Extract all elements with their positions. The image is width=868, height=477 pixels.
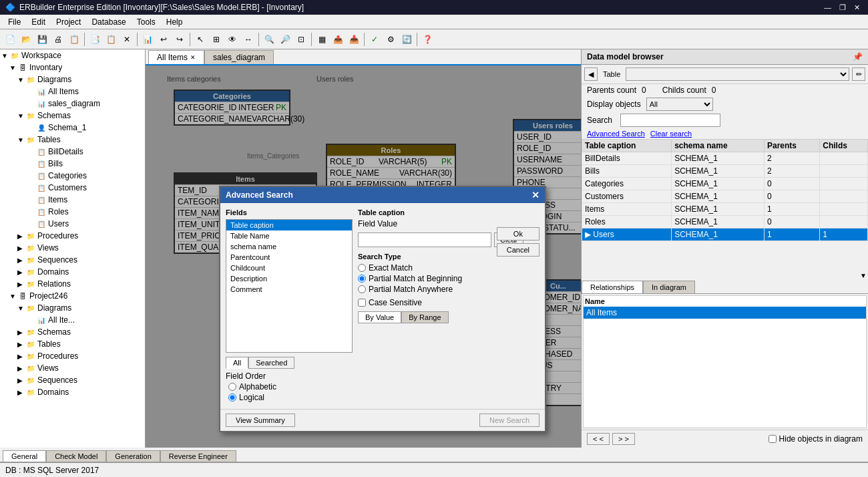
table-btn[interactable]: ⊞ xyxy=(209,32,224,47)
delete-btn[interactable]: ✕ xyxy=(120,32,134,47)
layout-btn[interactable]: ▦ xyxy=(314,32,329,47)
tree-diagrams[interactable]: ▼ 📁 Diagrams xyxy=(0,73,145,86)
maximize-btn[interactable]: ❐ xyxy=(837,3,849,12)
nav-prev-btn[interactable]: < < xyxy=(587,433,610,445)
expand-workspace[interactable]: ▼ xyxy=(1,52,9,59)
field-value-input[interactable] xyxy=(358,232,491,247)
field-table-caption[interactable]: Table caption xyxy=(226,220,352,230)
nav-next-btn[interactable]: > > xyxy=(612,433,635,445)
tree-domains[interactable]: ▶ 📁 Domains xyxy=(0,266,145,278)
dmb-search-input[interactable] xyxy=(620,114,720,127)
dmb-clear-search-btn[interactable]: Clear search xyxy=(650,130,692,138)
exact-match-radio[interactable] xyxy=(358,264,366,272)
tab-salesdiagram[interactable]: sales_diagram xyxy=(204,50,274,64)
tree-proj-schemas[interactable]: ▶ 📁 Schemas xyxy=(0,326,145,338)
hide-objects-checkbox[interactable] xyxy=(769,435,777,443)
rev-btn[interactable]: 🔄 xyxy=(399,32,414,47)
dmb-advanced-search-btn[interactable]: Advanced Search xyxy=(587,130,645,138)
expand-invontary[interactable]: ▼ xyxy=(9,64,17,71)
field-parentcount[interactable]: Parentcount xyxy=(226,252,352,263)
view-summary-btn[interactable]: View Summary xyxy=(226,414,295,427)
expand-schemas[interactable]: ▼ xyxy=(17,112,25,120)
expand-proj-diagrams[interactable]: ▼ xyxy=(17,305,25,312)
import-btn[interactable]: 📥 xyxy=(347,32,361,47)
expand-project246[interactable]: ▼ xyxy=(9,293,17,300)
canvas[interactable]: Items categories Users roles Categories … xyxy=(146,65,581,448)
menu-help[interactable]: Help xyxy=(161,16,188,28)
tree-salesdiagram[interactable]: 📊 sales_diagram xyxy=(0,98,145,110)
tab-searched-btn[interactable]: Searched xyxy=(248,357,294,369)
minimize-btn[interactable]: — xyxy=(821,3,834,12)
bottom-tab-general[interactable]: General xyxy=(3,450,46,462)
expand-proj-schemas[interactable]: ▶ xyxy=(17,329,25,336)
expand-proj-tables[interactable]: ▶ xyxy=(17,341,25,348)
field-schema-name[interactable]: schema name xyxy=(226,241,352,252)
tree-customers[interactable]: 📋 Customers xyxy=(0,182,145,194)
copy-btn[interactable]: 📑 xyxy=(87,32,102,47)
table-row[interactable]: Categories SCHEMA_1 0 xyxy=(582,178,868,190)
bottom-tab-reverseengineer[interactable]: Reverse Engineer xyxy=(160,450,236,462)
tree-bills[interactable]: 📋 Bills xyxy=(0,158,145,170)
tree-proj-domains[interactable]: ▶ 📁 Domains xyxy=(0,386,145,398)
tree-procedures[interactable]: ▶ 📁 Procedures xyxy=(0,230,145,242)
tree-proj-procedures[interactable]: ▶ 📁 Procedures xyxy=(0,350,145,362)
ok-btn[interactable]: Ok xyxy=(497,227,539,241)
open-btn[interactable]: 📂 xyxy=(19,32,33,47)
partial-beginning-radio[interactable] xyxy=(358,275,366,283)
help-btn[interactable]: ❓ xyxy=(420,32,435,47)
expand-proj-sequences[interactable]: ▶ xyxy=(17,377,25,384)
tab-allitems-close[interactable]: ✕ xyxy=(190,54,196,61)
new-search-btn[interactable]: New Search xyxy=(479,414,539,427)
tree-workspace[interactable]: ▼ 📁 Workspace xyxy=(0,49,145,61)
rel-btn[interactable]: ↔ xyxy=(241,32,256,47)
print-btn[interactable]: 🖨 xyxy=(51,32,65,47)
tree-tables[interactable]: ▼ 📁 Tables xyxy=(0,134,145,146)
field-table-name[interactable]: Table Name xyxy=(226,230,352,241)
order-logical-radio[interactable] xyxy=(228,393,236,402)
print2-btn[interactable]: 📋 xyxy=(67,32,81,47)
tree-users[interactable]: 📋 Users xyxy=(0,218,145,230)
zoom-in-btn[interactable]: 🔍 xyxy=(262,32,276,47)
expand-procedures[interactable]: ▶ xyxy=(17,232,25,240)
col-parents[interactable]: Parents xyxy=(764,140,819,152)
view-btn[interactable]: 👁 xyxy=(225,32,240,47)
tree-sequences[interactable]: ▶ 📁 Sequences xyxy=(0,254,145,266)
save-btn[interactable]: 💾 xyxy=(35,32,49,47)
expand-domains[interactable]: ▶ xyxy=(17,269,25,276)
field-comment[interactable]: Comment xyxy=(226,284,352,295)
tree-proj-tables[interactable]: ▶ 📁 Tables xyxy=(0,338,145,350)
table-row[interactable]: ▶ Users SCHEMA_1 1 1 xyxy=(582,228,868,241)
expand-tables[interactable]: ▼ xyxy=(17,136,25,144)
dmb-pin-icon[interactable]: 📌 xyxy=(853,52,863,61)
expand-relations[interactable]: ▶ xyxy=(17,281,25,288)
validate-btn[interactable]: ✓ xyxy=(367,32,382,47)
export-btn[interactable]: 📤 xyxy=(331,32,345,47)
case-sensitive-checkbox[interactable] xyxy=(358,299,366,307)
expand-proj-views[interactable]: ▶ xyxy=(17,365,25,372)
col-childs[interactable]: Childs xyxy=(820,140,868,152)
tree-schema1[interactable]: 👤 Schema_1 xyxy=(0,122,145,134)
tree-proj-diagrams[interactable]: ▼ 📁 Diagrams xyxy=(0,302,145,314)
col-schema-name[interactable]: schema name xyxy=(672,140,765,152)
tree-proj-views[interactable]: ▶ 📁 Views xyxy=(0,362,145,374)
table-row[interactable]: Roles SCHEMA_1 0 xyxy=(582,216,868,228)
tree-proj-sequences[interactable]: ▶ 📁 Sequences xyxy=(0,374,145,386)
dmb-scroll-down[interactable]: ▼ xyxy=(860,272,867,279)
expand-proj-procedures[interactable]: ▶ xyxy=(17,353,25,360)
bottom-tab-generation[interactable]: Generation xyxy=(106,450,160,462)
tree-project246[interactable]: ▼ 🗄 Project246 xyxy=(0,290,145,302)
tree-relations[interactable]: ▶ 📁 Relations xyxy=(0,278,145,290)
tree-allitems[interactable]: 📊 All Items xyxy=(0,86,145,98)
modal-close-btn[interactable]: ✕ xyxy=(531,190,539,200)
select-btn[interactable]: ↖ xyxy=(193,32,208,47)
by-value-tab[interactable]: By Value xyxy=(358,311,401,323)
menu-tools[interactable]: Tools xyxy=(132,16,161,28)
dmb-edit-btn[interactable]: ✏ xyxy=(852,67,865,81)
expand-views[interactable]: ▶ xyxy=(17,245,25,252)
redo-btn[interactable]: ↪ xyxy=(172,32,187,47)
close-btn[interactable]: ✕ xyxy=(851,3,863,12)
col-table-caption[interactable]: Table caption xyxy=(582,140,672,152)
cancel-btn[interactable]: Cancel xyxy=(497,243,539,257)
new-btn[interactable]: 📄 xyxy=(3,32,17,47)
diagram-btn[interactable]: 📊 xyxy=(140,32,155,47)
